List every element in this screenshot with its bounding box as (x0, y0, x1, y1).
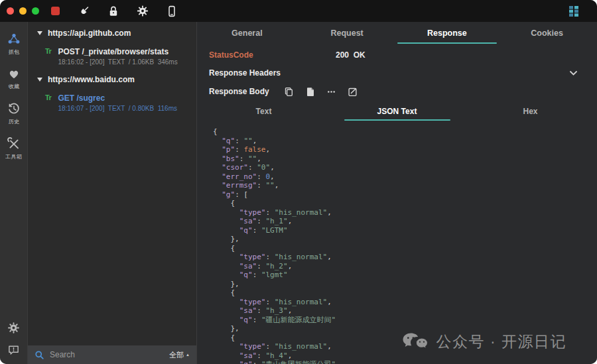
request-title: POST /_private/browser/stats (58, 47, 177, 56)
json-token: "lgmt" (261, 271, 288, 279)
active-tab-underline (344, 119, 450, 121)
sidebar-item-history[interactable]: 历史 (7, 102, 21, 126)
sidebar-item-label: 历史 (8, 118, 19, 126)
tab-label: General (232, 29, 263, 38)
sidebar-item-capture[interactable]: 抓包 (7, 32, 21, 56)
json-line: { (213, 244, 597, 253)
sidebar-item-toolbox[interactable]: 工具箱 (5, 137, 23, 161)
json-token: "" (243, 137, 252, 145)
json-token: : (253, 360, 261, 364)
json-token (213, 163, 222, 172)
json-token (213, 154, 222, 163)
search-bar[interactable]: Search 全部 ▲ (28, 345, 196, 364)
json-token: : (253, 271, 261, 279)
json-token: "" (265, 181, 274, 190)
clean-session-button[interactable] (78, 5, 90, 17)
json-line: { (213, 199, 597, 208)
json-token: "q" (222, 137, 235, 145)
minimize-button[interactable] (19, 7, 27, 15)
more-options-button[interactable] (326, 86, 337, 97)
json-line: }, (213, 235, 597, 244)
tab-hex[interactable]: Hex (464, 101, 597, 121)
json-token: "p" (222, 145, 235, 154)
request-item-selected[interactable]: Tr GET /sugrec 18:16:07 - [200] TEXT / 0… (28, 88, 196, 117)
tab-label: Response (427, 29, 467, 38)
status-row: StatusCode 200 OK (197, 44, 597, 66)
tab-label: Request (330, 29, 363, 38)
json-token: { (213, 199, 235, 208)
feedback-bubble-icon (7, 343, 20, 356)
save-file-button[interactable] (305, 86, 316, 97)
tab-label: Text (256, 107, 272, 116)
collapse-caret-icon (37, 31, 42, 35)
copy-button[interactable] (284, 86, 295, 97)
json-code[interactable]: { "q": "", "p": false, "bs": "", "csor":… (197, 121, 597, 364)
json-line: "p": false, (213, 145, 597, 154)
capture-nodes-icon (7, 32, 21, 46)
json-token: : (253, 226, 261, 235)
json-token: , (288, 217, 293, 225)
panel-layout-button[interactable] (569, 6, 578, 17)
json-token: "errmsg" (222, 181, 257, 190)
json-line: "sa": "h_4", (213, 351, 597, 361)
json-token: , (253, 137, 257, 145)
json-token (213, 306, 239, 315)
json-token (213, 360, 239, 364)
chevron-down-icon (570, 71, 577, 76)
heart-icon (7, 68, 21, 80)
json-line: "csor": "0", (213, 163, 597, 172)
ssl-lock-button[interactable] (107, 5, 119, 17)
tab-response[interactable]: Response (397, 22, 498, 44)
settings-button[interactable] (137, 5, 149, 17)
json-token: : (257, 181, 265, 190)
json-token: "his_normal" (275, 342, 327, 351)
json-token: "h_2" (266, 262, 288, 271)
json-token (213, 262, 239, 271)
filter-dropdown[interactable]: 全部 ▲ (169, 350, 190, 360)
json-line: "type": "his_normal", (213, 208, 597, 217)
mobile-device-button[interactable] (166, 5, 178, 17)
json-token: , (327, 342, 332, 351)
json-token: "q" (239, 316, 253, 324)
host-label: https://api.github.com (48, 29, 131, 38)
status-code-label: StatusCode (209, 50, 336, 60)
search-input[interactable]: Search (50, 350, 164, 359)
request-item[interactable]: Tr POST /_private/browser/stats 18:16:02… (28, 42, 196, 71)
stop-record-button[interactable] (49, 5, 61, 17)
tab-request[interactable]: Request (297, 22, 397, 44)
json-token: , (270, 172, 275, 181)
tab-text[interactable]: Text (197, 101, 330, 121)
caret-up-icon: ▲ (186, 353, 190, 357)
response-headers-row[interactable]: Response Headers (197, 66, 597, 80)
open-editor-button[interactable] (348, 86, 358, 97)
tab-cookies[interactable]: Cookies (497, 22, 597, 44)
host-row[interactable]: https://api.github.com (28, 25, 196, 42)
wechat-icon (402, 332, 429, 352)
json-line: "err_no": 0, (213, 172, 597, 182)
tab-general[interactable]: General (197, 22, 297, 44)
close-button[interactable] (7, 7, 14, 15)
sidebar-item-favorites[interactable]: 收藏 (7, 68, 21, 91)
tab-json-text[interactable]: JSON Text (330, 101, 464, 121)
json-line: }, (213, 280, 597, 289)
json-token: "type" (239, 298, 266, 306)
json-token: "LGTM" (261, 226, 288, 235)
status-code-value: 200 OK (336, 50, 365, 60)
record-stop-icon (51, 7, 60, 15)
zoom-button[interactable] (32, 7, 39, 15)
json-token: }, (213, 280, 239, 288)
protocol-badge: Tr (45, 93, 51, 102)
json-token: : (239, 154, 248, 163)
settings-rail-button[interactable] (7, 322, 20, 334)
json-token: : (266, 298, 275, 306)
watermark-text: 公众号 · 开源日记 (436, 332, 566, 352)
json-token: "sa" (239, 262, 257, 271)
body-format-tabs: Text JSON Text Hex (197, 101, 597, 121)
json-token: : (248, 163, 257, 172)
sidebar-item-label: 抓包 (8, 48, 19, 56)
json-token (213, 137, 222, 145)
json-token: "sa" (239, 306, 257, 315)
feedback-button[interactable] (7, 343, 20, 356)
sidebar-item-label: 工具箱 (5, 153, 22, 161)
host-row[interactable]: https://www.baidu.com (28, 71, 196, 88)
